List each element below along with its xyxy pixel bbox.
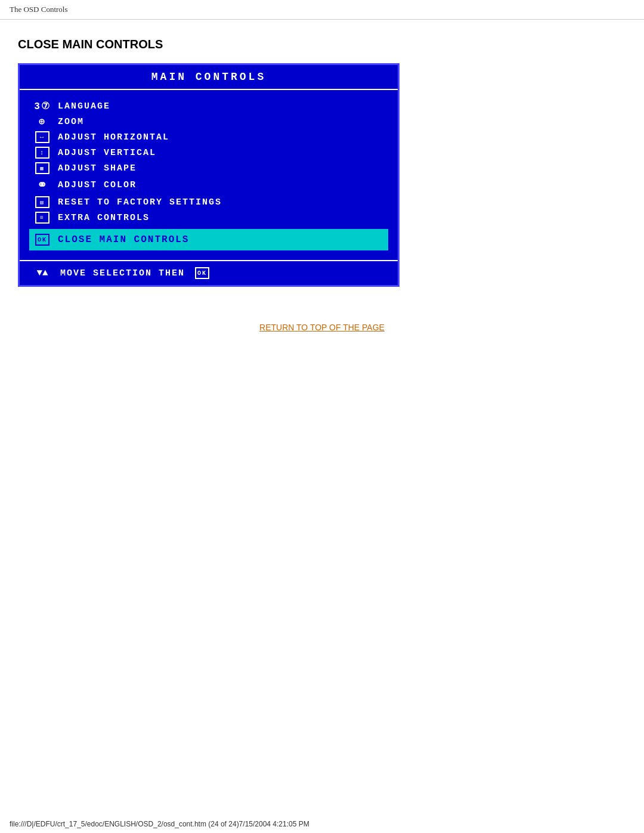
osd-menu-area: 3⑦ LANGUAGE ⊕ ZOOM ↔ ADJUST HORIZONTAL bbox=[20, 90, 398, 260]
tab-title: The OSD Controls bbox=[10, 5, 68, 14]
page-content: CLOSE MAIN CONTROLS MAIN CONTROLS 3⑦ LAN… bbox=[0, 20, 644, 345]
menu-item-close-label: CLOSE MAIN CONTROLS bbox=[58, 234, 189, 245]
move-selection-icon: ▼▲ bbox=[29, 268, 55, 278]
menu-item-extra-controls-label: EXTRA CONTROLS bbox=[58, 213, 150, 223]
page-heading: CLOSE MAIN CONTROLS bbox=[18, 38, 626, 51]
ok-close-box: OK bbox=[35, 234, 49, 246]
menu-item-adjust-horizontal[interactable]: ↔ ADJUST HORIZONTAL bbox=[29, 129, 388, 145]
reset-factory-icon: ▤ bbox=[32, 196, 53, 208]
osd-footer: ▼▲ MOVE SELECTION THEN OK bbox=[20, 260, 398, 285]
adjust-shape-box: ▦ bbox=[35, 162, 49, 174]
adjust-shape-icon: ▦ bbox=[32, 162, 53, 174]
menu-item-adjust-color[interactable]: ⚭ ADJUST COLOR bbox=[29, 176, 388, 194]
menu-item-reset-factory-label: RESET TO FACTORY SETTINGS bbox=[58, 197, 222, 208]
osd-title: MAIN CONTROLS bbox=[151, 71, 266, 83]
menu-item-close-selected[interactable]: OK CLOSE MAIN CONTROLS bbox=[29, 229, 388, 250]
adjust-horizontal-box: ↔ bbox=[35, 131, 49, 143]
reset-factory-box: ▤ bbox=[35, 196, 49, 208]
menu-item-adjust-color-label: ADJUST COLOR bbox=[58, 180, 137, 190]
extra-controls-box: ≡ bbox=[35, 212, 49, 224]
menu-item-adjust-shape[interactable]: ▦ ADJUST SHAPE bbox=[29, 160, 388, 176]
return-link-container: RETURN TO TOP OF THE PAGE bbox=[18, 323, 626, 333]
adjust-vertical-icon: ↕ bbox=[32, 147, 53, 159]
adjust-color-icon: ⚭ bbox=[32, 178, 53, 193]
adjust-horizontal-icon: ↔ bbox=[32, 131, 53, 143]
menu-item-adjust-horizontal-label: ADJUST HORIZONTAL bbox=[58, 132, 169, 143]
return-to-top-link[interactable]: RETURN TO TOP OF THE PAGE bbox=[259, 323, 385, 332]
menu-item-extra-controls[interactable]: ≡ EXTRA CONTROLS bbox=[29, 210, 388, 225]
menu-item-language[interactable]: 3⑦ LANGUAGE bbox=[29, 98, 388, 114]
extra-controls-icon: ≡ bbox=[32, 212, 53, 224]
menu-item-zoom[interactable]: ⊕ ZOOM bbox=[29, 114, 388, 129]
menu-item-zoom-label: ZOOM bbox=[58, 117, 84, 127]
ok-footer-icon: OK bbox=[195, 267, 209, 279]
browser-tab: The OSD Controls bbox=[0, 0, 644, 20]
menu-item-reset-factory[interactable]: ▤ RESET TO FACTORY SETTINGS bbox=[29, 194, 388, 210]
language-icon: 3⑦ bbox=[32, 100, 53, 112]
osd-footer-text: MOVE SELECTION THEN bbox=[60, 268, 191, 278]
osd-title-bar: MAIN CONTROLS bbox=[20, 65, 398, 90]
ok-close-icon: OK bbox=[32, 234, 53, 246]
zoom-icon: ⊕ bbox=[32, 116, 53, 128]
status-bar: file:///D|/EDFU/crt_17_5/edoc/ENGLISH/OS… bbox=[10, 820, 309, 828]
menu-item-language-label: LANGUAGE bbox=[58, 101, 110, 112]
osd-display: MAIN CONTROLS 3⑦ LANGUAGE ⊕ ZOOM bbox=[18, 63, 400, 287]
adjust-vertical-box: ↕ bbox=[35, 147, 49, 159]
menu-item-adjust-vertical-label: ADJUST VERTICAL bbox=[58, 148, 156, 158]
menu-item-adjust-shape-label: ADJUST SHAPE bbox=[58, 163, 137, 174]
menu-item-adjust-vertical[interactable]: ↕ ADJUST VERTICAL bbox=[29, 145, 388, 160]
